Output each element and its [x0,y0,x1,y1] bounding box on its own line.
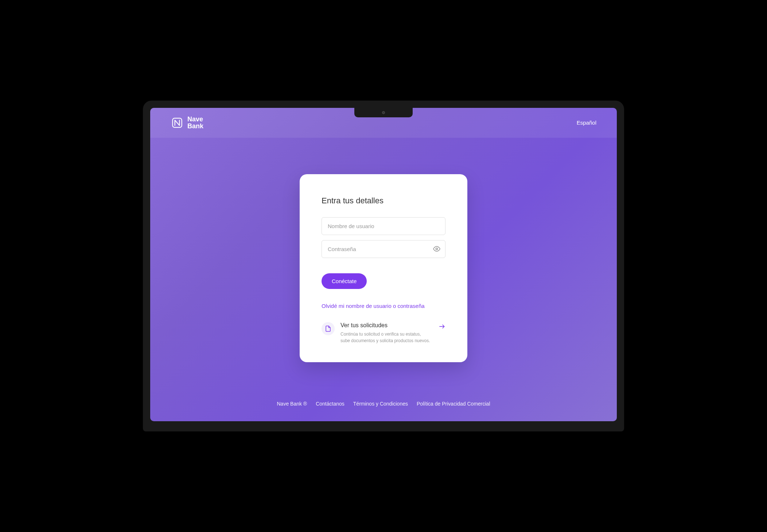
requests-content: Ver tus solicitudes Continúa tu solicitu… [340,322,445,344]
password-group [322,240,445,258]
password-input[interactable] [322,240,445,258]
laptop-notch [354,108,413,117]
requests-description: Continúa tu solicitud o verifica su esta… [340,331,445,344]
requests-title: Ver tus solicitudes [340,322,445,329]
view-requests-link[interactable]: Ver tus solicitudes Continúa tu solicitu… [322,322,445,344]
navebank-logo-icon [171,116,184,129]
password-visibility-toggle[interactable] [433,245,440,253]
document-icon [325,325,331,332]
footer: Nave Bank ® Contáctanos Términos y Condi… [150,390,617,421]
brand-name: Nave Bank [187,116,203,130]
login-title: Entra tus detalles [322,196,445,206]
footer-contact-link[interactable]: Contáctanos [316,401,344,407]
requests-desc-line2: sube documentos y solicita productos nue… [340,338,430,343]
svg-point-1 [436,248,438,250]
username-input[interactable] [322,217,445,235]
document-icon-wrapper [322,322,335,335]
footer-brand: Nave Bank ® [277,401,307,407]
footer-privacy-link[interactable]: Política de Privacidad Comercial [417,401,490,407]
language-selector[interactable]: Español [577,120,596,126]
brand-logo[interactable]: Nave Bank [171,116,203,130]
laptop-frame: Nave Bank Español Entra tus detalles [143,101,624,431]
requests-desc-line1: Continúa tu solicitud o verifica su esta… [340,332,421,337]
brand-line1: Nave [187,116,203,123]
main-content: Entra tus detalles Conéctate [150,138,617,390]
camera-dot [382,111,385,114]
eye-icon [433,245,440,253]
arrow-right-icon [438,323,445,332]
username-group [322,217,445,235]
forgot-credentials-link[interactable]: Olvidé mi nombre de usuario o contraseña [322,303,445,309]
screen: Nave Bank Español Entra tus detalles [150,108,617,421]
login-button[interactable]: Conéctate [322,273,367,289]
footer-terms-link[interactable]: Términos y Condiciones [353,401,408,407]
login-card: Entra tus detalles Conéctate [300,174,467,362]
brand-line2: Bank [187,123,203,130]
